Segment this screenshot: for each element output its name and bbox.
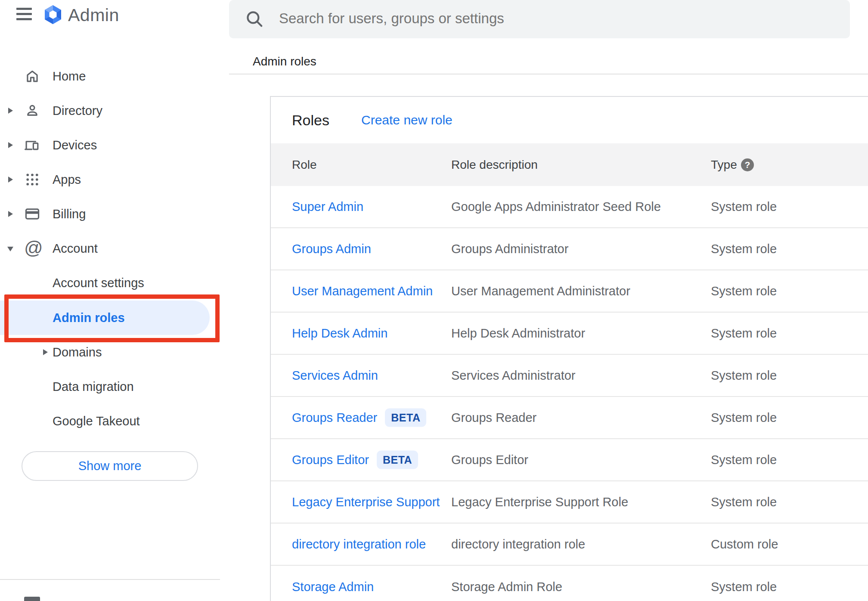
role-description: User Management Administrator: [451, 284, 630, 298]
role-type: System role: [711, 495, 777, 509]
sidebar-item-apps[interactable]: Apps: [0, 162, 223, 197]
sidebar: Admin Home Directory Devices Apps: [0, 0, 228, 601]
table-row: Groups Editor BETA Groups Editor System …: [271, 439, 868, 481]
sidebar-item-label: Account settings: [53, 276, 144, 290]
create-new-role-link[interactable]: Create new role: [361, 113, 453, 127]
chevron-right-icon[interactable]: [8, 108, 13, 114]
home-icon: [24, 68, 40, 84]
role-description: Storage Admin Role: [451, 580, 562, 594]
sidebar-item-label: Google Takeout: [53, 414, 140, 428]
sidebar-item-label: Directory: [53, 104, 102, 118]
sidebar-item-account[interactable]: @ Account: [0, 231, 223, 266]
sidebar-item-domains[interactable]: Domains: [0, 335, 223, 369]
sidebar-item-label: Admin roles: [53, 311, 125, 325]
apps-grid-icon: [24, 171, 40, 188]
chevron-right-icon[interactable]: [43, 349, 48, 355]
role-type: System role: [711, 200, 777, 214]
sidebar-item-label: Domains: [53, 345, 102, 359]
page-title: Roles: [292, 112, 329, 129]
role-description: Groups Administrator: [451, 242, 568, 256]
role-link[interactable]: User Management Admin: [292, 284, 433, 298]
role-description: Groups Editor: [451, 453, 528, 467]
table-body: Super Admin Google Apps Administrator Se…: [271, 186, 868, 601]
card-titlebar: Roles Create new role: [271, 97, 868, 143]
role-description: Google Apps Administrator Seed Role: [451, 200, 661, 214]
table-row: directory integration role directory int…: [271, 524, 868, 566]
role-description: Services Administrator: [451, 369, 576, 383]
column-header-type: Type: [711, 158, 737, 172]
search-bar[interactable]: Search for users, groups or settings: [229, 0, 850, 38]
role-type: System role: [711, 580, 777, 594]
roles-card: Roles Create new role Role Role descript…: [270, 96, 868, 601]
table-row: Storage Admin Storage Admin Role System …: [271, 566, 868, 601]
role-link[interactable]: Groups Editor: [292, 453, 369, 467]
sidebar-item-label: Home: [53, 69, 86, 84]
header-divider: [229, 74, 868, 74]
role-type: System role: [711, 453, 777, 467]
sidebar-item-label: Apps: [53, 173, 81, 187]
sidebar-item-home[interactable]: Home: [0, 59, 223, 93]
sidebar-item-label: Billing: [53, 207, 86, 221]
role-type: System role: [711, 411, 777, 425]
chevron-right-icon[interactable]: [8, 177, 13, 183]
role-description: Groups Reader: [451, 411, 536, 425]
role-type: System role: [711, 326, 777, 341]
search-icon: [244, 8, 265, 31]
column-header-description: Role description: [451, 158, 538, 172]
search-placeholder: Search for users, groups or settings: [279, 10, 504, 27]
table-row: Groups Reader BETA Groups Reader System …: [271, 397, 868, 439]
role-link[interactable]: directory integration role: [292, 537, 426, 551]
credit-card-icon: [24, 206, 40, 222]
sidebar-item-devices[interactable]: Devices: [0, 128, 223, 162]
role-link[interactable]: Groups Admin: [292, 242, 371, 256]
role-link[interactable]: Services Admin: [292, 369, 378, 383]
role-type: Custom role: [711, 537, 778, 551]
sidebar-item-label: Devices: [53, 138, 97, 152]
role-link[interactable]: Legacy Enterprise Support: [292, 495, 440, 509]
partial-bottom-icon: [24, 597, 40, 601]
table-row: Groups Admin Groups Administrator System…: [271, 228, 868, 270]
beta-badge: BETA: [385, 409, 426, 427]
help-icon[interactable]: ?: [741, 158, 754, 171]
role-description: Help Desk Administrator: [451, 326, 585, 341]
sidebar-item-label: Account: [53, 242, 98, 256]
chevron-down-icon[interactable]: [7, 247, 13, 251]
role-description: Legacy Enterprise Support Role: [451, 495, 628, 509]
role-link[interactable]: Help Desk Admin: [292, 326, 388, 341]
sidebar-item-billing[interactable]: Billing: [0, 197, 223, 231]
admin-logo-icon: [43, 4, 63, 25]
role-type: System role: [711, 369, 777, 383]
role-type: System role: [711, 242, 777, 256]
role-link[interactable]: Super Admin: [292, 200, 363, 214]
table-row: Super Admin Google Apps Administrator Se…: [271, 186, 868, 228]
breadcrumb: Admin roles: [253, 55, 316, 68]
role-link[interactable]: Groups Reader: [292, 411, 377, 425]
chevron-right-icon[interactable]: [8, 211, 13, 217]
sidebar-item-account-settings[interactable]: Account settings: [0, 266, 223, 300]
sidebar-item-data-migration[interactable]: Data migration: [0, 369, 223, 404]
menu-icon[interactable]: [16, 8, 32, 22]
table-row: Legacy Enterprise Support Legacy Enterpr…: [271, 481, 868, 524]
sidebar-item-directory[interactable]: Directory: [0, 93, 223, 128]
sidebar-item-admin-roles[interactable]: Admin roles: [0, 300, 223, 335]
column-header-role: Role: [292, 158, 317, 172]
sidebar-divider: [0, 579, 220, 580]
show-more-button[interactable]: Show more: [22, 451, 198, 481]
table-row: User Management Admin User Management Ad…: [271, 270, 868, 313]
at-sign-icon: @: [24, 239, 40, 256]
role-type: System role: [711, 284, 777, 298]
app-title: Admin: [68, 5, 119, 25]
devices-icon: [24, 137, 40, 153]
table-header-row: Role Role description Type ?: [271, 143, 868, 186]
role-description: directory integration role: [451, 537, 585, 551]
beta-badge: BETA: [377, 451, 418, 469]
sidebar-item-google-takeout[interactable]: Google Takeout: [0, 404, 223, 438]
sidebar-item-label: Data migration: [53, 380, 134, 394]
table-row: Help Desk Admin Help Desk Administrator …: [271, 313, 868, 355]
person-icon: [24, 102, 40, 119]
role-link[interactable]: Storage Admin: [292, 580, 374, 594]
chevron-right-icon[interactable]: [8, 142, 13, 148]
table-row: Services Admin Services Administrator Sy…: [271, 355, 868, 397]
